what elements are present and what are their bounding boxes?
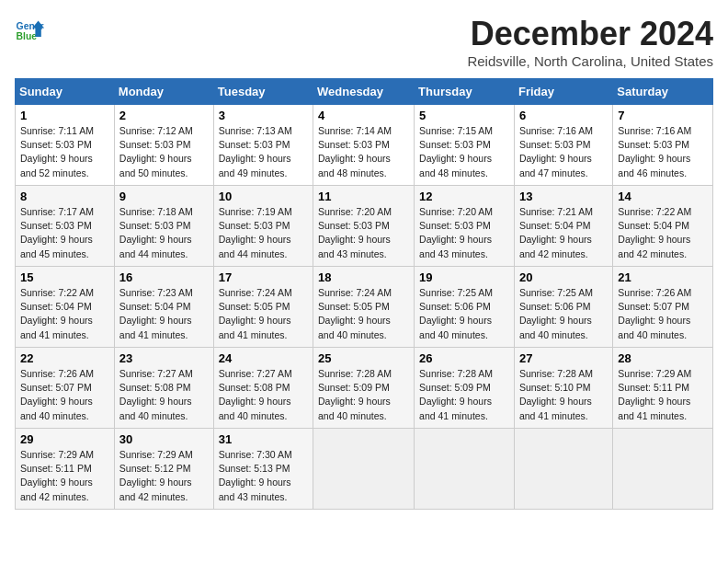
- day-info: Sunrise: 7:28 AMSunset: 5:09 PMDaylight:…: [318, 368, 392, 421]
- day-number: 26: [419, 351, 509, 365]
- logo-icon: General Blue: [15, 15, 44, 44]
- day-info: Sunrise: 7:17 AMSunset: 5:03 PMDaylight:…: [20, 206, 94, 259]
- day-info: Sunrise: 7:19 AMSunset: 5:03 PMDaylight:…: [219, 206, 292, 259]
- day-number: 24: [219, 351, 308, 365]
- table-row: 18 Sunrise: 7:24 AMSunset: 5:05 PMDaylig…: [313, 267, 415, 348]
- calendar-week-row: 29 Sunrise: 7:29 AMSunset: 5:11 PMDaylig…: [16, 429, 713, 510]
- day-info: Sunrise: 7:23 AMSunset: 5:04 PMDaylight:…: [119, 287, 193, 340]
- day-number: 2: [119, 109, 209, 122]
- day-number: 27: [519, 351, 608, 365]
- table-row: 1 Sunrise: 7:11 AMSunset: 5:03 PMDayligh…: [16, 105, 115, 186]
- table-row: 27 Sunrise: 7:28 AMSunset: 5:10 PMDaylig…: [514, 348, 612, 429]
- table-row: 29 Sunrise: 7:29 AMSunset: 5:11 PMDaylig…: [16, 429, 115, 510]
- table-row: 4 Sunrise: 7:14 AMSunset: 5:03 PMDayligh…: [313, 105, 415, 186]
- day-number: 31: [219, 432, 308, 446]
- calendar-week-row: 15 Sunrise: 7:22 AMSunset: 5:04 PMDaylig…: [16, 267, 713, 348]
- day-number: 14: [618, 190, 708, 203]
- table-row: 24 Sunrise: 7:27 AMSunset: 5:08 PMDaylig…: [213, 348, 313, 429]
- calendar-week-row: 8 Sunrise: 7:17 AMSunset: 5:03 PMDayligh…: [16, 186, 713, 267]
- day-info: Sunrise: 7:18 AMSunset: 5:03 PMDaylight:…: [119, 206, 193, 259]
- day-number: 8: [20, 190, 109, 203]
- table-row: 2 Sunrise: 7:12 AMSunset: 5:03 PMDayligh…: [114, 105, 213, 186]
- day-number: 20: [519, 270, 608, 284]
- table-row: 15 Sunrise: 7:22 AMSunset: 5:04 PMDaylig…: [16, 267, 115, 348]
- table-row: 11 Sunrise: 7:20 AMSunset: 5:03 PMDaylig…: [313, 186, 415, 267]
- table-row: 16 Sunrise: 7:23 AMSunset: 5:04 PMDaylig…: [114, 267, 213, 348]
- day-number: 5: [419, 109, 509, 122]
- header-row: Sunday Monday Tuesday Wednesday Thursday…: [16, 79, 713, 105]
- day-info: Sunrise: 7:27 AMSunset: 5:08 PMDaylight:…: [219, 368, 292, 421]
- table-row: [415, 429, 515, 510]
- day-number: 22: [20, 351, 109, 365]
- day-number: 29: [20, 432, 109, 446]
- day-info: Sunrise: 7:13 AMSunset: 5:03 PMDaylight:…: [219, 125, 292, 178]
- table-row: [613, 429, 713, 510]
- table-row: 5 Sunrise: 7:15 AMSunset: 5:03 PMDayligh…: [415, 105, 515, 186]
- table-row: [313, 429, 415, 510]
- title-area: December 2024 Reidsville, North Carolina…: [467, 15, 713, 69]
- day-info: Sunrise: 7:14 AMSunset: 5:03 PMDaylight:…: [318, 125, 392, 178]
- table-row: 31 Sunrise: 7:30 AMSunset: 5:13 PMDaylig…: [213, 429, 313, 510]
- day-number: 25: [318, 351, 409, 365]
- page-header: General Blue December 2024 Reidsville, N…: [15, 15, 713, 69]
- day-number: 16: [119, 270, 209, 284]
- day-number: 23: [119, 351, 209, 365]
- table-row: 22 Sunrise: 7:26 AMSunset: 5:07 PMDaylig…: [16, 348, 115, 429]
- day-number: 12: [419, 190, 509, 203]
- day-number: 15: [20, 270, 109, 284]
- day-number: 18: [318, 270, 409, 284]
- day-number: 1: [20, 109, 109, 122]
- day-info: Sunrise: 7:11 AMSunset: 5:03 PMDaylight:…: [20, 125, 94, 178]
- table-row: 13 Sunrise: 7:21 AMSunset: 5:04 PMDaylig…: [514, 186, 612, 267]
- table-row: 8 Sunrise: 7:17 AMSunset: 5:03 PMDayligh…: [16, 186, 115, 267]
- day-info: Sunrise: 7:25 AMSunset: 5:06 PMDaylight:…: [419, 287, 493, 340]
- day-info: Sunrise: 7:27 AMSunset: 5:08 PMDaylight:…: [119, 368, 193, 421]
- day-info: Sunrise: 7:16 AMSunset: 5:03 PMDaylight:…: [618, 125, 691, 178]
- day-info: Sunrise: 7:12 AMSunset: 5:03 PMDaylight:…: [119, 125, 193, 178]
- table-row: 30 Sunrise: 7:29 AMSunset: 5:12 PMDaylig…: [114, 429, 213, 510]
- day-info: Sunrise: 7:25 AMSunset: 5:06 PMDaylight:…: [519, 287, 593, 340]
- table-row: 20 Sunrise: 7:25 AMSunset: 5:06 PMDaylig…: [514, 267, 612, 348]
- day-number: 13: [519, 190, 608, 203]
- day-info: Sunrise: 7:29 AMSunset: 5:11 PMDaylight:…: [20, 449, 94, 502]
- day-info: Sunrise: 7:26 AMSunset: 5:07 PMDaylight:…: [20, 368, 94, 421]
- day-info: Sunrise: 7:29 AMSunset: 5:12 PMDaylight:…: [119, 449, 193, 502]
- header-tuesday: Tuesday: [213, 79, 313, 105]
- table-row: 25 Sunrise: 7:28 AMSunset: 5:09 PMDaylig…: [313, 348, 415, 429]
- svg-text:Blue: Blue: [17, 31, 38, 41]
- day-info: Sunrise: 7:26 AMSunset: 5:07 PMDaylight:…: [618, 287, 691, 340]
- table-row: 9 Sunrise: 7:18 AMSunset: 5:03 PMDayligh…: [114, 186, 213, 267]
- table-row: 28 Sunrise: 7:29 AMSunset: 5:11 PMDaylig…: [613, 348, 713, 429]
- day-info: Sunrise: 7:21 AMSunset: 5:04 PMDaylight:…: [519, 206, 593, 259]
- day-info: Sunrise: 7:22 AMSunset: 5:04 PMDaylight:…: [20, 287, 94, 340]
- day-info: Sunrise: 7:22 AMSunset: 5:04 PMDaylight:…: [618, 206, 691, 259]
- day-info: Sunrise: 7:29 AMSunset: 5:11 PMDaylight:…: [618, 368, 691, 421]
- table-row: 23 Sunrise: 7:27 AMSunset: 5:08 PMDaylig…: [114, 348, 213, 429]
- calendar-table: Sunday Monday Tuesday Wednesday Thursday…: [15, 78, 713, 510]
- table-row: 6 Sunrise: 7:16 AMSunset: 5:03 PMDayligh…: [514, 105, 612, 186]
- header-friday: Friday: [514, 79, 612, 105]
- day-number: 30: [119, 432, 209, 446]
- table-row: 10 Sunrise: 7:19 AMSunset: 5:03 PMDaylig…: [213, 186, 313, 267]
- day-number: 4: [318, 109, 409, 122]
- header-saturday: Saturday: [613, 79, 713, 105]
- table-row: [514, 429, 612, 510]
- day-number: 10: [219, 190, 308, 203]
- table-row: 17 Sunrise: 7:24 AMSunset: 5:05 PMDaylig…: [213, 267, 313, 348]
- table-row: 12 Sunrise: 7:20 AMSunset: 5:03 PMDaylig…: [415, 186, 515, 267]
- day-number: 21: [618, 270, 708, 284]
- calendar-week-row: 1 Sunrise: 7:11 AMSunset: 5:03 PMDayligh…: [16, 105, 713, 186]
- day-info: Sunrise: 7:28 AMSunset: 5:10 PMDaylight:…: [519, 368, 593, 421]
- table-row: 21 Sunrise: 7:26 AMSunset: 5:07 PMDaylig…: [613, 267, 713, 348]
- table-row: 14 Sunrise: 7:22 AMSunset: 5:04 PMDaylig…: [613, 186, 713, 267]
- day-info: Sunrise: 7:16 AMSunset: 5:03 PMDaylight:…: [519, 125, 593, 178]
- day-info: Sunrise: 7:20 AMSunset: 5:03 PMDaylight:…: [318, 206, 392, 259]
- table-row: 3 Sunrise: 7:13 AMSunset: 5:03 PMDayligh…: [213, 105, 313, 186]
- table-row: 7 Sunrise: 7:16 AMSunset: 5:03 PMDayligh…: [613, 105, 713, 186]
- day-number: 9: [119, 190, 209, 203]
- header-monday: Monday: [114, 79, 213, 105]
- day-info: Sunrise: 7:24 AMSunset: 5:05 PMDaylight:…: [219, 287, 292, 340]
- day-number: 6: [519, 109, 608, 122]
- day-info: Sunrise: 7:30 AMSunset: 5:13 PMDaylight:…: [219, 449, 292, 502]
- day-number: 11: [318, 190, 409, 203]
